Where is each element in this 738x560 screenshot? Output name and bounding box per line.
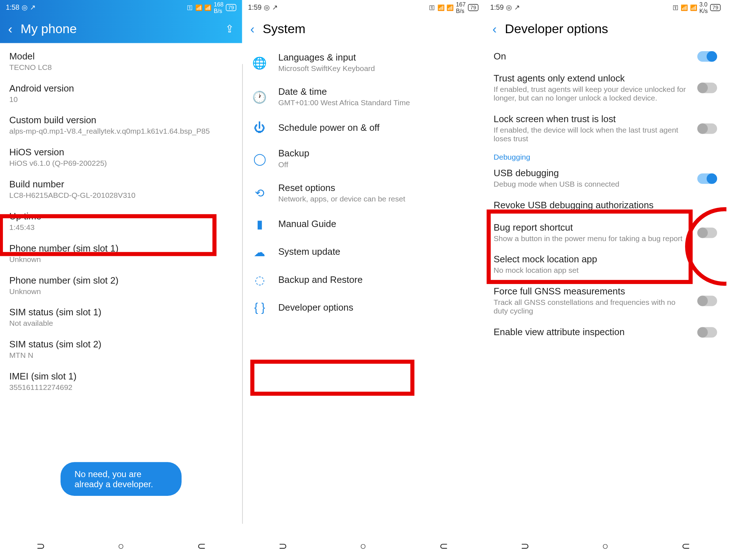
row-trust-agents[interactable]: Trust agents only extend unlockIf enable… bbox=[484, 67, 726, 108]
nav-recents-icon[interactable]: ⊂ bbox=[197, 539, 206, 552]
row-lock-screen-trust[interactable]: Lock screen when trust is lostIf enabled… bbox=[484, 108, 726, 149]
header: ‹ System bbox=[242, 15, 484, 43]
backup-icon: ◯ bbox=[252, 152, 268, 166]
nav-back-icon[interactable]: ⊃ bbox=[521, 539, 529, 552]
row-master-on[interactable]: On bbox=[484, 45, 726, 67]
row-android-version[interactable]: Android version10 bbox=[0, 77, 242, 110]
signal-icon: 📶 bbox=[681, 4, 688, 11]
row-gnss[interactable]: Force full GNSS measurementsTrack all GN… bbox=[484, 280, 726, 321]
status-bar: 1:59 ◎ ↗ ⚿ 📶 📶 3.0K/s 79 bbox=[484, 0, 726, 15]
row-custom-build[interactable]: Custom build versionalps-mp-q0.mp1-V8.4_… bbox=[0, 110, 242, 142]
key-icon: ⚿ bbox=[187, 4, 193, 11]
toggle-on[interactable] bbox=[697, 173, 717, 183]
nav-home-icon[interactable]: ○ bbox=[360, 540, 366, 552]
navbar: ⊃ ○ ⊂ bbox=[242, 533, 484, 559]
clock-icon: 🕐 bbox=[252, 90, 268, 104]
cloud-up-icon: ☁ bbox=[252, 245, 268, 259]
row-usb-debugging[interactable]: USB debuggingDebug mode when USB is conn… bbox=[484, 163, 726, 195]
nav-home-icon[interactable]: ○ bbox=[602, 540, 609, 552]
reset-icon: ⟲ bbox=[252, 186, 268, 200]
row-backup-restore[interactable]: ◌Backup and Restore bbox=[242, 266, 484, 294]
toast-developer: No need, you are already a developer. bbox=[61, 462, 182, 496]
screen-developer-options: 1:59 ◎ ↗ ⚿ 📶 📶 3.0K/s 79 ‹ Developer opt… bbox=[484, 0, 726, 559]
row-phone-sim2[interactable]: Phone number (sim slot 2)Unknown bbox=[0, 270, 242, 302]
globe-icon: 🌐 bbox=[252, 55, 268, 70]
battery-icon: 79 bbox=[468, 4, 479, 11]
status-time: 1:58 bbox=[6, 4, 19, 12]
external-icon: ↗ bbox=[30, 4, 36, 12]
nav-recents-icon[interactable]: ⊂ bbox=[681, 539, 690, 552]
battery-icon: 79 bbox=[226, 4, 236, 11]
navbar: ⊃ ○ ⊂ bbox=[0, 533, 242, 559]
nav-home-icon[interactable]: ○ bbox=[118, 540, 124, 552]
header: ‹ My phone ⇪ bbox=[0, 15, 242, 43]
navbar: ⊃ ○ ⊂ bbox=[484, 533, 726, 559]
row-reset[interactable]: ⟲Reset optionsNetwork, apps, or device c… bbox=[242, 176, 484, 210]
highlight-developer-options bbox=[250, 360, 414, 396]
key-icon: ⚿ bbox=[429, 4, 435, 11]
book-icon: ▮ bbox=[252, 217, 268, 231]
row-sim-status-2[interactable]: SIM status (sim slot 2)MTN N bbox=[0, 333, 242, 365]
sync-icon: ◌ bbox=[252, 273, 268, 287]
row-model[interactable]: ModelTECNO LC8 bbox=[0, 45, 242, 77]
row-build-number[interactable]: Build numberLC8-H6215ABCD-Q-GL-201028V31… bbox=[0, 173, 242, 205]
row-sim-status-1[interactable]: SIM status (sim slot 1)Not available bbox=[0, 302, 242, 334]
status-time: 1:59 bbox=[490, 4, 504, 12]
camera-icon: ◎ bbox=[264, 4, 270, 12]
row-schedule-power[interactable]: ⏻Schedule power on & off bbox=[242, 114, 484, 142]
section-debugging: Debugging bbox=[484, 149, 726, 162]
row-backup[interactable]: ◯BackupOff bbox=[242, 141, 484, 175]
toggle-off[interactable] bbox=[697, 295, 717, 306]
signal-icon: 📶 bbox=[437, 4, 444, 11]
page-title: My phone bbox=[21, 22, 225, 37]
toggle-off[interactable] bbox=[697, 123, 717, 134]
external-icon: ↗ bbox=[272, 4, 278, 12]
signal-icon: 📶 bbox=[446, 4, 453, 11]
back-button[interactable]: ‹ bbox=[8, 22, 13, 37]
divider bbox=[242, 64, 243, 524]
header: ‹ Developer options bbox=[484, 15, 726, 43]
row-manual[interactable]: ▮Manual Guide bbox=[242, 210, 484, 238]
row-revoke-usb[interactable]: Revoke USB debugging authorizations bbox=[484, 194, 726, 216]
row-mock-location[interactable]: Select mock location appNo mock location… bbox=[484, 249, 726, 281]
row-bug-report[interactable]: Bug report shortcutShow a button in the … bbox=[484, 217, 726, 249]
battery-icon: 79 bbox=[710, 4, 721, 11]
screen-my-phone: 1:58 ◎ ↗ ⚿ 📶 📶 168B/s 79 ‹ My phone ⇪ Mo… bbox=[0, 0, 242, 559]
row-languages[interactable]: 🌐Languages & inputMicrosoft SwiftKey Key… bbox=[242, 45, 484, 80]
toggle-off[interactable] bbox=[697, 227, 717, 238]
row-hios-version[interactable]: HiOS versionHiOS v6.1.0 (Q-P69-200225) bbox=[0, 141, 242, 173]
braces-icon: { } bbox=[252, 301, 268, 314]
row-uptime[interactable]: Up time1:45:43 bbox=[0, 205, 242, 237]
status-time: 1:59 bbox=[248, 4, 262, 12]
toggle-off[interactable] bbox=[697, 83, 717, 93]
signal-icon: 📶 bbox=[690, 4, 697, 11]
toggle-on[interactable] bbox=[697, 51, 717, 62]
row-view-attr[interactable]: Enable view attribute inspection bbox=[484, 321, 726, 343]
screen-system: 1:59 ◎ ↗ ⚿ 📶 📶 167B/s 79 ‹ System 🌐Langu… bbox=[242, 0, 484, 559]
row-system-update[interactable]: ☁System update bbox=[242, 238, 484, 266]
key-icon: ⚿ bbox=[673, 4, 679, 11]
row-phone-sim1[interactable]: Phone number (sim slot 1)Unknown bbox=[0, 237, 242, 270]
nav-recents-icon[interactable]: ⊂ bbox=[439, 539, 448, 552]
back-button[interactable]: ‹ bbox=[493, 22, 497, 37]
back-button[interactable]: ‹ bbox=[250, 22, 255, 37]
signal-icon: 📶 bbox=[195, 4, 202, 11]
status-bar: 1:58 ◎ ↗ ⚿ 📶 📶 168B/s 79 bbox=[0, 0, 242, 15]
power-icon: ⏻ bbox=[252, 121, 268, 134]
page-title: Developer options bbox=[505, 22, 718, 37]
status-bar: 1:59 ◎ ↗ ⚿ 📶 📶 167B/s 79 bbox=[242, 0, 484, 15]
nav-back-icon[interactable]: ⊃ bbox=[36, 539, 45, 552]
toggle-off[interactable] bbox=[697, 327, 717, 338]
share-button[interactable]: ⇪ bbox=[225, 23, 234, 36]
row-imei-1[interactable]: IMEI (sim slot 1)355161112274692 bbox=[0, 365, 242, 397]
page-title: System bbox=[263, 22, 476, 37]
row-date-time[interactable]: 🕐Date & timeGMT+01:00 West Africa Standa… bbox=[242, 80, 484, 114]
external-icon: ↗ bbox=[514, 4, 520, 12]
camera-icon: ◎ bbox=[22, 4, 27, 12]
nav-back-icon[interactable]: ⊃ bbox=[279, 539, 287, 552]
camera-icon: ◎ bbox=[506, 4, 512, 12]
signal-icon: 📶 bbox=[204, 4, 211, 11]
row-developer-options[interactable]: { }Developer options bbox=[242, 294, 484, 321]
